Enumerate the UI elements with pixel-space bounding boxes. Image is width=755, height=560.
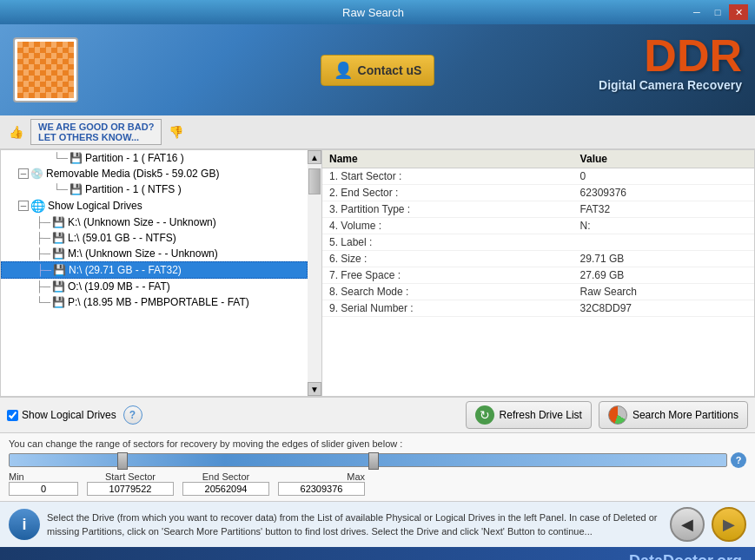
drive-icon: 💾 [52, 296, 65, 308]
thumbs-down-icon: 👎 [169, 125, 183, 139]
tree-item-label: Removable Media (Disk5 - 59.02 GB) [46, 168, 219, 180]
footer-logo: DataDoctor.org [629, 552, 742, 560]
tree-item-label: O:\ (19.09 MB - - FAT) [68, 280, 170, 293]
slider-thumb-left[interactable] [117, 452, 128, 470]
scroll-up-button[interactable]: ▲ [308, 150, 321, 164]
tree-line-icon: ├─ [36, 280, 50, 293]
main-content: └─ 💾 Partition - 1 ( FAT16 ) ─ 💿 Removab… [0, 149, 755, 397]
scroll-down-button[interactable]: ▼ [308, 382, 321, 396]
details-table: Name Value 1. Start Sector :02. End Sect… [322, 150, 754, 317]
tree-scrollbar[interactable]: ▲ ▼ [308, 150, 321, 396]
contact-button[interactable]: 👤 Contact uS [321, 55, 435, 86]
tree-item-label: P:\ (18.95 MB - PMBPORTABLE - FAT) [68, 296, 249, 308]
tree-panel-inner: └─ 💾 Partition - 1 ( FAT16 ) ─ 💿 Removab… [1, 150, 308, 310]
scroll-thumb[interactable] [308, 168, 321, 194]
tree-item-drive-k[interactable]: ├─ 💾 K:\ (Unknown Size - - Unknown) [1, 214, 308, 230]
logo-checker-icon [17, 42, 74, 98]
tree-line-icon: └─ [36, 296, 50, 308]
minimize-button[interactable]: ─ [687, 4, 706, 20]
contact-person-icon: 👤 [334, 61, 353, 80]
tree-item-label: K:\ (Unknown Size - - Unknown) [68, 216, 216, 228]
back-button[interactable]: ◀ [670, 507, 705, 542]
detail-name-cell: 2. End Sector : [322, 185, 573, 201]
banner: 👍 WE ARE GOOD OR BAD? LET OTHERS KNOW...… [0, 115, 755, 149]
table-row: 7. Free Space :27.69 GB [322, 267, 754, 284]
show-logical-checkbox[interactable] [7, 410, 18, 421]
detail-name-cell: 4. Volume : [322, 218, 573, 234]
app-logo [13, 37, 78, 102]
expand-icon[interactable]: ─ [18, 201, 29, 211]
info-text: Select the Drive (from which you want to… [47, 511, 663, 539]
detail-value-cell: 29.71 GB [573, 251, 754, 267]
sector-description: You can change the range of sectors for … [9, 438, 746, 449]
max-label: Max [347, 471, 365, 482]
detail-name-cell: 7. Free Space : [322, 267, 573, 284]
scroll-track[interactable] [308, 164, 321, 382]
tree-item-label: M:\ (Unknown Size - - Unknown) [68, 247, 218, 260]
search-partitions-button[interactable]: Search More Partitions [599, 401, 748, 429]
tree-item-label: L:\ (59.01 GB - - NTFS) [68, 232, 176, 244]
tree-item-drive-l[interactable]: ├─ 💾 L:\ (59.01 GB - - NTFS) [1, 230, 308, 246]
maximize-button[interactable]: □ [708, 4, 727, 20]
min-value: 0 [9, 482, 78, 496]
detail-name-cell: 9. Serial Number : [322, 300, 573, 317]
slider-track[interactable] [9, 453, 727, 467]
sector-area: You can change the range of sectors for … [0, 432, 755, 501]
detail-name-cell: 6. Size : [322, 251, 573, 267]
tree-item-drive-n[interactable]: ├─ 💾 N:\ (29.71 GB - - FAT32) [1, 261, 308, 279]
table-row: 3. Partition Type :FAT32 [322, 201, 754, 218]
min-col: Min 0 [9, 471, 78, 496]
tree-item-drive-o[interactable]: ├─ 💾 O:\ (19.09 MB - - FAT) [1, 279, 308, 294]
slider-help-button[interactable]: ? [731, 452, 746, 468]
next-button[interactable]: ▶ [712, 507, 746, 542]
drive-icon: 💾 [52, 280, 65, 293]
thumbs-icon: 👍 [9, 125, 23, 139]
detail-value-cell: 32C8DD97 [573, 300, 754, 317]
tree-line-icon: ├─ [36, 216, 50, 228]
tree-item-partition-ntfs[interactable]: └─ 💾 Partition - 1 ( NTFS ) [1, 181, 308, 197]
slider-thumb-right[interactable] [368, 452, 379, 470]
table-row: 1. Start Sector :0 [322, 168, 754, 185]
detail-name-cell: 1. Start Sector : [322, 168, 573, 185]
banner-text: WE ARE GOOD OR BAD? LET OTHERS KNOW... [30, 119, 162, 145]
tree-line-icon: └─ [53, 183, 68, 195]
window-title: Raw Search [59, 6, 687, 19]
info-icon: i [9, 509, 40, 540]
detail-value-cell: Raw Search [573, 284, 754, 300]
close-button[interactable]: ✕ [729, 4, 748, 20]
titlebar: Raw Search ─ □ ✕ [0, 0, 755, 24]
tree-item-label: N:\ (29.71 GB - - FAT32) [69, 264, 182, 276]
tree-item-partition-fat16[interactable]: └─ 💾 Partition - 1 ( FAT16 ) [1, 150, 308, 166]
detail-value-cell: FAT32 [573, 201, 754, 218]
tree-item-removable-media[interactable]: ─ 💿 Removable Media (Disk5 - 59.02 GB) [1, 166, 308, 181]
start-sector-col: Start Sector 10779522 [87, 471, 174, 496]
detail-name-cell: 8. Search Mode : [322, 284, 573, 300]
refresh-drive-button[interactable]: ↻ Refresh Drive List [466, 401, 592, 429]
tree-item-label: Partition - 1 ( FAT16 ) [85, 152, 184, 164]
table-row: 9. Serial Number :32C8DD97 [322, 300, 754, 317]
tree-item-drive-p[interactable]: └─ 💾 P:\ (18.95 MB - PMBPORTABLE - FAT) [1, 294, 308, 310]
detail-name-cell: 5. Label : [322, 234, 573, 251]
drive-icon: 💾 [53, 264, 66, 276]
info-bar: i Select the Drive (from which you want … [0, 501, 755, 547]
tree-item-drive-m[interactable]: ├─ 💾 M:\ (Unknown Size - - Unknown) [1, 246, 308, 261]
end-sector-value: 20562094 [182, 482, 269, 496]
partitions-label: Search More Partitions [632, 409, 738, 421]
collapse-icon[interactable]: ─ [18, 168, 29, 179]
drive-icon: 💾 [52, 216, 65, 228]
show-logical-checkbox-label[interactable]: Show Logical Drives [7, 409, 116, 421]
table-row: 6. Size :29.71 GB [322, 251, 754, 267]
partition-icon [608, 405, 627, 425]
help-button[interactable]: ? [123, 405, 142, 425]
col-name-header: Name [322, 150, 573, 168]
sector-values: Min 0 Start Sector 10779522 End Sector 2… [9, 471, 746, 496]
drive-icon: 💾 [52, 247, 65, 260]
table-row: 2. End Sector :62309376 [322, 185, 754, 201]
tree-line-icon: └─ [53, 152, 68, 164]
max-value: 62309376 [278, 482, 365, 496]
start-sector-value: 10779522 [87, 482, 174, 496]
contact-label: Contact uS [358, 63, 422, 77]
drive-icon: 💾 [70, 183, 83, 195]
tree-item-logical-drives[interactable]: ─ 🌐 Show Logical Drives [1, 197, 308, 214]
end-sector-col: End Sector 20562094 [182, 471, 269, 496]
